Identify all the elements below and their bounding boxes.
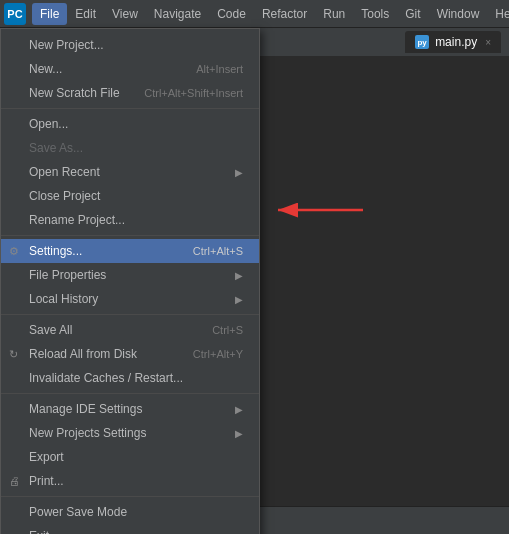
local-history-label: Local History: [29, 292, 98, 306]
menu-bar: PC File Edit View Navigate Code Refactor…: [0, 0, 509, 28]
menu-item-close-project[interactable]: Close Project: [1, 184, 259, 208]
separator-5: [1, 496, 259, 497]
menu-item-local-history[interactable]: Local History ▶: [1, 287, 259, 311]
menu-item-new-projects-settings[interactable]: New Projects Settings ▶: [1, 421, 259, 445]
exit-label: Exit: [29, 529, 49, 534]
menu-item-rename-project[interactable]: Rename Project...: [1, 208, 259, 232]
menu-item-invalidate-caches[interactable]: Invalidate Caches / Restart...: [1, 366, 259, 390]
python-file-icon: py: [415, 35, 429, 49]
menu-help[interactable]: Help: [487, 3, 509, 25]
menu-item-save-all[interactable]: Save All Ctrl+S: [1, 318, 259, 342]
open-recent-arrow: ▶: [235, 167, 243, 178]
app-logo: PC: [4, 3, 26, 25]
menu-item-export[interactable]: Export: [1, 445, 259, 469]
tab-filename: main.py: [435, 35, 477, 49]
new-label: New...: [29, 62, 62, 76]
save-all-shortcut: Ctrl+S: [192, 324, 243, 336]
dropdown-menu-container: New Project... New... Alt+Insert New Scr…: [0, 28, 260, 534]
invalidate-caches-label: Invalidate Caches / Restart...: [29, 371, 183, 385]
save-as-label: Save As...: [29, 141, 83, 155]
menu-item-exit[interactable]: Exit: [1, 524, 259, 534]
manage-ide-settings-arrow: ▶: [235, 404, 243, 415]
new-project-label: New Project...: [29, 38, 104, 52]
menu-git[interactable]: Git: [397, 3, 428, 25]
menu-item-file-properties[interactable]: File Properties ▶: [1, 263, 259, 287]
separator-2: [1, 235, 259, 236]
menu-window[interactable]: Window: [429, 3, 488, 25]
menu-item-open-recent[interactable]: Open Recent ▶: [1, 160, 259, 184]
menu-navigate[interactable]: Navigate: [146, 3, 209, 25]
new-projects-settings-label: New Projects Settings: [29, 426, 146, 440]
rename-project-label: Rename Project...: [29, 213, 125, 227]
menu-refactor[interactable]: Refactor: [254, 3, 315, 25]
separator-3: [1, 314, 259, 315]
menu-item-power-save-mode[interactable]: Power Save Mode: [1, 500, 259, 524]
new-shortcut: Alt+Insert: [176, 63, 243, 75]
new-projects-settings-arrow: ▶: [235, 428, 243, 439]
print-label: Print...: [29, 474, 64, 488]
menu-item-open[interactable]: Open...: [1, 112, 259, 136]
new-scratch-shortcut: Ctrl+Alt+Shift+Insert: [124, 87, 243, 99]
menu-view[interactable]: View: [104, 3, 146, 25]
menu-tools[interactable]: Tools: [353, 3, 397, 25]
menu-edit[interactable]: Edit: [67, 3, 104, 25]
menu-run[interactable]: Run: [315, 3, 353, 25]
menu-item-reload-from-disk[interactable]: ↻ Reload All from Disk Ctrl+Alt+Y: [1, 342, 259, 366]
reload-from-disk-shortcut: Ctrl+Alt+Y: [173, 348, 243, 360]
menu-item-print[interactable]: 🖨 Print...: [1, 469, 259, 493]
manage-ide-settings-label: Manage IDE Settings: [29, 402, 142, 416]
settings-label: Settings...: [29, 244, 82, 258]
printer-icon: 🖨: [9, 475, 20, 487]
reload-from-disk-label: Reload All from Disk: [29, 347, 137, 361]
open-label: Open...: [29, 117, 68, 131]
power-save-mode-label: Power Save Mode: [29, 505, 127, 519]
settings-gear-icon: ⚙: [9, 245, 19, 258]
reload-icon: ↻: [9, 348, 18, 361]
menu-item-new[interactable]: New... Alt+Insert: [1, 57, 259, 81]
close-project-label: Close Project: [29, 189, 100, 203]
open-recent-label: Open Recent: [29, 165, 100, 179]
separator-1: [1, 108, 259, 109]
tab-close-button[interactable]: ×: [485, 37, 491, 48]
menu-item-new-project[interactable]: New Project...: [1, 33, 259, 57]
file-dropdown-menu: New Project... New... Alt+Insert New Scr…: [0, 28, 260, 534]
menu-file[interactable]: File: [32, 3, 67, 25]
new-scratch-label: New Scratch File: [29, 86, 120, 100]
settings-shortcut: Ctrl+Alt+S: [173, 245, 243, 257]
separator-4: [1, 393, 259, 394]
local-history-arrow: ▶: [235, 294, 243, 305]
file-properties-arrow: ▶: [235, 270, 243, 281]
menu-item-save-as: Save As...: [1, 136, 259, 160]
editor-tab-main-py[interactable]: py main.py ×: [405, 31, 501, 53]
menu-item-manage-ide-settings[interactable]: Manage IDE Settings ▶: [1, 397, 259, 421]
menu-code[interactable]: Code: [209, 3, 254, 25]
menu-item-settings[interactable]: ⚙ Settings... Ctrl+Alt+S: [1, 239, 259, 263]
file-properties-label: File Properties: [29, 268, 106, 282]
export-label: Export: [29, 450, 64, 464]
menu-item-new-scratch[interactable]: New Scratch File Ctrl+Alt+Shift+Insert: [1, 81, 259, 105]
save-all-label: Save All: [29, 323, 72, 337]
